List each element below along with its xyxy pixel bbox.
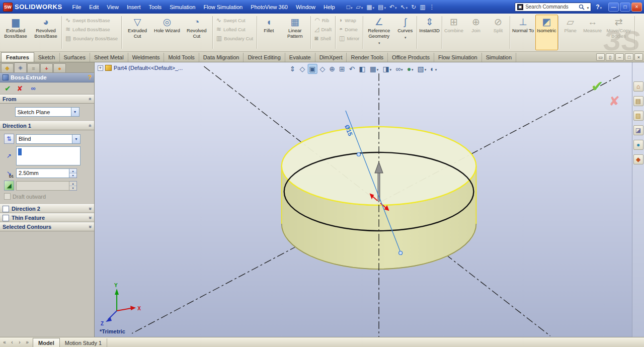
normal-to-button[interactable]: ⊥Normal To bbox=[511, 15, 535, 50]
menu-file[interactable]: File bbox=[68, 2, 86, 13]
close-button[interactable]: × bbox=[631, 3, 642, 12]
spin-down-icon[interactable] bbox=[69, 173, 76, 178]
tab-dimxpert[interactable]: DimXpert bbox=[315, 53, 347, 62]
pane-left-icon[interactable]: ▭ bbox=[596, 53, 605, 61]
sheet-nav-button-2[interactable]: › bbox=[16, 338, 23, 346]
curves-button[interactable]: ∫Curves bbox=[394, 15, 416, 50]
selected-contours-section-header[interactable]: Selected Contours bbox=[0, 222, 94, 231]
wireframe-view-button[interactable]: ▣ bbox=[307, 64, 317, 74]
tab-surfaces[interactable]: Surfaces bbox=[60, 53, 90, 62]
confirm-ok-button[interactable]: ✔ bbox=[591, 77, 604, 95]
drag-mode-button[interactable]: ⇕ bbox=[288, 64, 297, 74]
menu-simulation[interactable]: Simulation bbox=[166, 2, 199, 13]
expand-chevron-icon[interactable] bbox=[89, 224, 92, 229]
doc-restore-icon[interactable]: □ bbox=[625, 53, 633, 61]
spin-up-icon[interactable] bbox=[69, 169, 76, 173]
featuremanager-tab[interactable]: ◆ bbox=[1, 63, 14, 72]
view-cube-left-button[interactable]: ◇ bbox=[298, 64, 306, 74]
help-menu[interactable]: ? bbox=[592, 4, 605, 11]
file-properties-button[interactable]: ▥ bbox=[418, 3, 427, 12]
sheet-nav-button-1[interactable]: ‹ bbox=[9, 338, 16, 346]
pm-help-icon[interactable]: ? bbox=[88, 74, 92, 81]
tab-features[interactable]: Features bbox=[1, 52, 34, 62]
section-view-button[interactable]: ◧ bbox=[357, 64, 367, 74]
graphics-area[interactable]: Ø15 Y X Z + Part4 (Default<< bbox=[95, 62, 632, 337]
new-document-button[interactable]: □ bbox=[345, 3, 354, 12]
expand-tree-icon[interactable]: + bbox=[98, 65, 103, 71]
extruded-cut-button[interactable]: ▽Extruded Cut bbox=[122, 15, 152, 50]
sheet-nav-button-3[interactable]: » bbox=[24, 338, 31, 346]
pm-cancel-button[interactable]: ✘ bbox=[17, 84, 23, 93]
search-icon[interactable] bbox=[579, 4, 585, 10]
fillet-button[interactable]: ◖Fillet bbox=[258, 15, 280, 50]
feature-tree-item-label[interactable]: Part4 (Default<<Default>_... bbox=[114, 65, 183, 71]
hole-wizard-button[interactable]: ◎Hole Wizard bbox=[152, 15, 182, 50]
confirm-cancel-button[interactable]: ✘ bbox=[609, 94, 620, 109]
from-plane-select[interactable]: Sketch Plane bbox=[15, 107, 79, 117]
view-settings-button[interactable]: ◐ bbox=[429, 64, 438, 74]
design-library-button[interactable]: ▤ bbox=[633, 96, 643, 106]
reverse-direction-button[interactable]: ⇅ bbox=[4, 134, 14, 144]
tab-data-migration[interactable]: Data Migration bbox=[199, 53, 244, 62]
menu-help[interactable]: Help bbox=[319, 2, 339, 13]
dropdown-arrow-icon[interactable] bbox=[72, 135, 80, 143]
search-dropdown-icon[interactable] bbox=[587, 4, 589, 10]
select-button[interactable]: ↖ bbox=[399, 3, 410, 12]
displaymanager-tab[interactable]: ● bbox=[53, 63, 66, 72]
doc-tab-motion-study-1[interactable]: Motion Study 1 bbox=[60, 338, 107, 347]
view-cube-right-button[interactable]: ◇ bbox=[318, 64, 327, 74]
tab-sheet-metal[interactable]: Sheet Metal bbox=[90, 53, 128, 62]
view-orientation-button[interactable]: ▦ bbox=[368, 64, 380, 74]
tab-direct-editing[interactable]: Direct Editing bbox=[244, 53, 285, 62]
tab-office-products[interactable]: Office Products bbox=[388, 53, 434, 62]
direction1-section-header[interactable]: Direction 1 bbox=[0, 121, 94, 130]
zoom-fit-button[interactable]: ⊕ bbox=[328, 64, 337, 74]
thin-feature-checkbox[interactable] bbox=[3, 215, 9, 221]
rebuild-button[interactable]: ↻ bbox=[410, 3, 418, 12]
undo-button[interactable]: ↶ bbox=[388, 3, 398, 12]
previous-view-button[interactable]: ↶ bbox=[348, 64, 357, 74]
menu-insert[interactable]: Insert bbox=[123, 2, 145, 13]
edit-appearance-button[interactable]: ● bbox=[406, 64, 415, 74]
3d-scene[interactable]: Ø15 Y X Z bbox=[95, 62, 632, 337]
toolbar-overflow-button[interactable]: ⋮ bbox=[427, 3, 436, 12]
collapse-chevron-icon[interactable] bbox=[89, 123, 92, 128]
print-button[interactable]: ▤ bbox=[376, 3, 387, 12]
menu-photoview-360[interactable]: PhotoView 360 bbox=[247, 2, 292, 13]
sheet-nav-button-0[interactable]: « bbox=[1, 338, 8, 346]
apply-scene-button[interactable]: ▧ bbox=[416, 64, 428, 74]
menu-flow-simulation[interactable]: Flow Simulation bbox=[199, 2, 247, 13]
tab-mold-tools[interactable]: Mold Tools bbox=[164, 53, 199, 62]
search-input[interactable]: Search Commands bbox=[525, 4, 576, 10]
search-scope-icon[interactable]: ▣ bbox=[517, 4, 523, 10]
tab-render-tools[interactable]: Render Tools bbox=[347, 53, 388, 62]
tab-sketch[interactable]: Sketch bbox=[34, 53, 60, 62]
propertymanager-tab[interactable]: ◈ bbox=[14, 62, 27, 72]
depth-input[interactable]: 2.50mm bbox=[16, 168, 69, 178]
search-commands-box[interactable]: ▣ Search Commands bbox=[515, 3, 591, 12]
file-explorer-button[interactable]: ▨ bbox=[633, 111, 643, 121]
menu-edit[interactable]: Edit bbox=[85, 2, 103, 13]
linear-pattern-button[interactable]: ▦Linear Pattern bbox=[280, 15, 310, 50]
menu-window[interactable]: Window bbox=[292, 2, 319, 13]
solidworks-resources-button[interactable]: ⌂ bbox=[633, 81, 643, 92]
direction2-section-header[interactable]: Direction 2 bbox=[0, 204, 94, 213]
pm-ok-button[interactable]: ✔ bbox=[5, 84, 11, 93]
revolved-boss-base-button[interactable]: ◕Revolved Boss/Base bbox=[31, 15, 61, 50]
zoom-area-button[interactable]: ⊞ bbox=[338, 64, 347, 74]
minimize-button[interactable]: — bbox=[608, 3, 619, 12]
dimxpertmanager-tab[interactable]: + bbox=[40, 63, 53, 72]
save-button[interactable]: ▦ bbox=[365, 3, 376, 12]
pane-right-icon[interactable]: ▯ bbox=[606, 53, 614, 61]
configurationmanager-tab[interactable]: ≡ bbox=[27, 63, 40, 72]
reference-geometry-button[interactable]: ∠Reference Geometry bbox=[364, 15, 394, 50]
from-section-header[interactable]: From bbox=[0, 95, 94, 104]
isometric-button[interactable]: ◩Isometric bbox=[535, 15, 558, 50]
menu-tools[interactable]: Tools bbox=[144, 2, 166, 13]
appearances-button[interactable]: ● bbox=[633, 140, 643, 150]
display-style-button[interactable]: ◨ bbox=[381, 64, 393, 74]
direction-selection-box[interactable] bbox=[16, 146, 80, 165]
extruded-boss-base-button[interactable]: ▆Extruded Boss/Base bbox=[1, 15, 31, 50]
tab-flow-simulation[interactable]: Flow Simulation bbox=[434, 53, 482, 62]
hide-show-items-button[interactable]: ∞ bbox=[394, 64, 405, 74]
